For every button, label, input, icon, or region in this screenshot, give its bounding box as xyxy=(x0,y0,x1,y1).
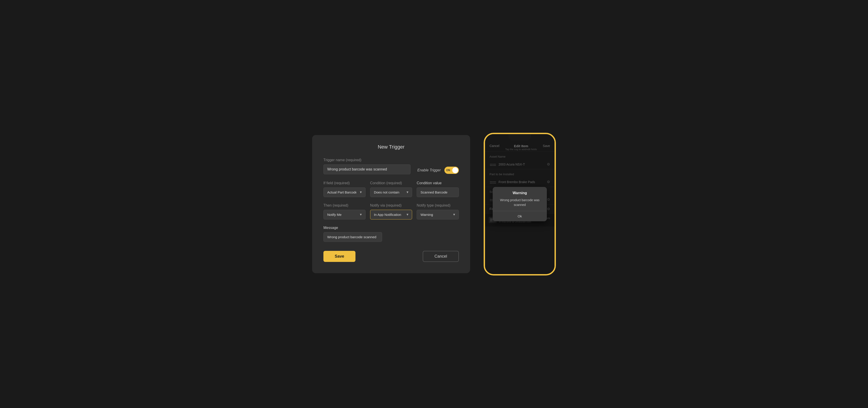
message-section: Message xyxy=(323,226,459,242)
notify-type-select[interactable]: Warning xyxy=(416,210,459,220)
button-row: Save Cancel xyxy=(323,251,459,262)
phone-notch xyxy=(508,134,531,141)
condition-col: Condition (required) Does not contain ▼ xyxy=(370,181,412,197)
enable-trigger-col: Enable Trigger ON xyxy=(417,167,459,174)
dialog-ok-button[interactable]: Ok xyxy=(493,211,547,221)
then-wrapper: Notify Me ▼ xyxy=(323,210,366,220)
enable-trigger-toggle[interactable]: ON xyxy=(444,167,459,174)
enable-trigger-label: Enable Trigger xyxy=(417,168,441,172)
trigger-name-col: Trigger name (required) xyxy=(323,158,410,174)
notify-type-label: Notify type (required) xyxy=(416,203,459,207)
condition-value-col: Condition value xyxy=(416,181,459,197)
then-col: Then (required) Notify Me ▼ xyxy=(323,203,366,220)
save-button[interactable]: Save xyxy=(323,251,355,262)
modal-title: New Trigger xyxy=(323,144,459,150)
new-trigger-modal: New Trigger Trigger name (required) Enab… xyxy=(312,135,470,273)
warning-dialog: Warning Wrong product barcode was scanne… xyxy=(493,187,547,221)
phone-mockup: Cancel Edit Item Tap the cog to add/edit… xyxy=(484,133,556,275)
notify-via-wrapper: In App Notification ▼ xyxy=(370,210,412,220)
notify-via-select[interactable]: In App Notification xyxy=(370,210,412,220)
dialog-header: Warning xyxy=(493,187,547,197)
condition-wrapper: Does not contain ▼ xyxy=(370,187,412,197)
notify-via-label: Notify via (required) xyxy=(370,203,412,207)
notify-via-col: Notify via (required) In App Notificatio… xyxy=(370,203,412,220)
trigger-name-row: Trigger name (required) Enable Trigger O… xyxy=(323,158,459,174)
condition-select[interactable]: Does not contain xyxy=(370,187,412,197)
condition-row: If field (required) Actual Part Barcode … xyxy=(323,181,459,197)
then-label: Then (required) xyxy=(323,203,366,207)
warning-dialog-overlay: Warning Wrong product barcode was scanne… xyxy=(485,134,555,274)
cancel-button[interactable]: Cancel xyxy=(423,251,459,262)
trigger-name-label: Trigger name (required) xyxy=(323,158,410,162)
condition-value-input[interactable] xyxy=(416,187,459,197)
condition-label: Condition (required) xyxy=(370,181,412,185)
notify-type-wrapper: Warning ▼ xyxy=(416,210,459,220)
if-field-col: If field (required) Actual Part Barcode … xyxy=(323,181,366,197)
then-select[interactable]: Notify Me xyxy=(323,210,366,220)
dialog-body: Wrong product barcode was scanned xyxy=(493,197,547,211)
toggle-knob xyxy=(452,167,458,173)
if-field-select[interactable]: Actual Part Barcode xyxy=(323,187,366,197)
if-field-wrapper: Actual Part Barcode ▼ xyxy=(323,187,366,197)
message-input[interactable] xyxy=(323,232,382,242)
notify-row: Then (required) Notify Me ▼ Notify via (… xyxy=(323,203,459,220)
toggle-state-label: ON xyxy=(446,169,450,172)
message-label: Message xyxy=(323,226,459,230)
condition-value-label: Condition value xyxy=(416,181,459,185)
notify-type-col: Notify type (required) Warning ▼ xyxy=(416,203,459,220)
dialog-title: Warning xyxy=(497,191,542,195)
if-field-label: If field (required) xyxy=(323,181,366,185)
trigger-name-input[interactable] xyxy=(323,164,410,174)
